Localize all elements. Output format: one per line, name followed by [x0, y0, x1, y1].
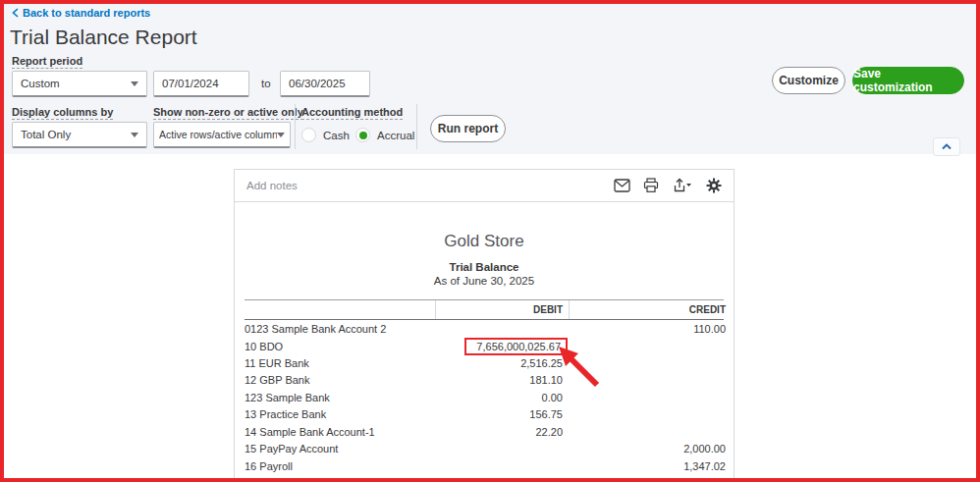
show-nonzero-select[interactable]: Active rows/active columns	[153, 122, 291, 148]
add-notes-input[interactable]: Add notes	[246, 180, 298, 191]
chevron-left-icon	[12, 8, 19, 18]
debit-cell[interactable]: 0.00	[435, 392, 569, 403]
report-toolbar: Add notes	[235, 170, 734, 202]
debit-cell[interactable]	[435, 323, 569, 335]
print-icon[interactable]	[643, 178, 659, 193]
date-from-input[interactable]: 07/01/2024	[153, 71, 249, 97]
account-name-cell[interactable]: 10 BDO	[245, 341, 435, 352]
debit-cell[interactable]: 2,516.25	[435, 357, 569, 369]
customize-button[interactable]: Customize	[772, 67, 845, 94]
debit-cell[interactable]: 156.75	[435, 408, 569, 420]
account-name-cell[interactable]: 123 Sample Bank	[245, 392, 435, 403]
account-name-cell[interactable]: 0123 Sample Bank Account 2	[245, 323, 435, 335]
account-name-cell[interactable]: 11 EUR Bank	[245, 357, 435, 369]
credit-cell[interactable]: 1,347.02	[569, 460, 726, 472]
settings-gear-icon[interactable]	[706, 178, 722, 193]
company-name: Gold Store	[235, 232, 734, 251]
table-row[interactable]: 12 GBP Bank 181.10	[245, 372, 724, 390]
table-row[interactable]: 10 BDO 7,656,000,025.67	[245, 338, 724, 355]
accounting-method-label[interactable]: Accounting method	[301, 106, 403, 120]
page-title: Trial Balance Report	[10, 26, 197, 49]
back-to-standard-reports-link[interactable]: Back to standard reports	[12, 7, 150, 19]
account-name-cell[interactable]: 16 Payroll	[245, 460, 435, 472]
cash-radio-label: Cash	[323, 130, 350, 141]
table-row[interactable]: 11 EUR Bank 2,516.25	[245, 354, 724, 372]
debit-cell[interactable]: 22.20	[435, 426, 569, 438]
back-link-label: Back to standard reports	[23, 7, 150, 19]
date-to-input[interactable]: 06/30/2025	[280, 71, 370, 97]
report-period-label[interactable]: Report period	[12, 55, 82, 69]
debit-cell[interactable]: 181.10	[435, 374, 569, 386]
debit-column-header[interactable]: DEBIT	[435, 300, 569, 319]
show-nonzero-value: Active rows/active columns	[159, 129, 277, 140]
date-from-value: 07/01/2024	[162, 78, 219, 89]
display-columns-by-select[interactable]: Total Only	[12, 122, 147, 148]
trial-balance-report-page: { "colors": { "annotation_red": "#e8262a…	[0, 0, 980, 482]
filter-panel: Back to standard reports Trial Balance R…	[4, 4, 976, 154]
accrual-radio-label: Accrual	[377, 130, 414, 141]
radio-selected-icon	[355, 128, 370, 142]
show-nonzero-label[interactable]: Show non-zero or active only	[153, 106, 303, 120]
chevron-down-icon	[277, 133, 285, 137]
annotation-arrow-icon	[558, 346, 603, 391]
report-actions	[614, 178, 722, 193]
table-row[interactable]: 123 Sample Bank 0.00	[245, 389, 724, 406]
accrual-radio[interactable]: Accrual	[355, 128, 414, 142]
debit-value: 22.20	[535, 426, 563, 438]
debit-value: 7,656,000,025.67	[464, 338, 568, 355]
display-columns-by-value: Total Only	[21, 129, 71, 140]
display-columns-by-label[interactable]: Display columns by	[12, 106, 113, 120]
credit-column-header[interactable]: CREDIT	[569, 300, 726, 319]
report-as-of-date: As of June 30, 2025	[235, 275, 734, 287]
debit-value: 156.75	[529, 408, 563, 420]
collapse-panel-button[interactable]	[933, 137, 960, 156]
save-customization-button[interactable]: Save customization	[852, 67, 964, 94]
table-row[interactable]: 15 PayPay Account 2,000.00	[245, 441, 724, 458]
debit-value: 2,516.25	[520, 357, 563, 369]
radio-unselected-icon	[301, 128, 316, 142]
report-name: Trial Balance	[235, 261, 734, 273]
credit-cell[interactable]: 110.00	[569, 323, 726, 335]
account-name-cell[interactable]: 12 GBP Bank	[245, 374, 435, 386]
debit-value: 0.00	[542, 392, 563, 403]
report-period-select[interactable]: Custom	[12, 71, 147, 97]
debit-cell[interactable]	[435, 460, 569, 472]
run-report-button[interactable]: Run report	[430, 115, 506, 142]
report-card: Add notes	[234, 169, 735, 482]
debit-cell[interactable]: 7,656,000,025.67	[435, 338, 569, 355]
account-name-cell[interactable]: 15 PayPay Account	[245, 443, 435, 455]
table-header-row: DEBIT CREDIT	[245, 299, 724, 320]
table-row[interactable]: 0123 Sample Bank Account 2 110.00	[245, 320, 724, 338]
to-label: to	[261, 78, 271, 89]
report-period-value: Custom	[21, 78, 60, 89]
date-to-value: 06/30/2025	[289, 78, 346, 89]
divider	[416, 104, 417, 149]
chevron-down-icon	[131, 81, 138, 86]
account-column-header	[245, 300, 435, 319]
divider	[295, 104, 296, 149]
trial-balance-table: DEBIT CREDIT 0123 Sample Bank Account 2	[245, 299, 724, 475]
email-icon[interactable]	[614, 179, 630, 192]
debit-cell[interactable]	[435, 443, 569, 455]
table-row[interactable]: 13 Practice Bank 156.75	[245, 406, 724, 424]
account-name-cell[interactable]: 14 Sample Bank Account-1	[245, 426, 435, 438]
chevron-down-icon	[131, 133, 138, 137]
table-row[interactable]: 14 Sample Bank Account-1 22.20	[245, 423, 724, 441]
chevron-up-icon	[942, 143, 952, 150]
table-body: 0123 Sample Bank Account 2 110.00	[245, 320, 724, 475]
cash-radio[interactable]: Cash	[301, 128, 350, 142]
export-icon[interactable]	[672, 178, 693, 193]
table-row[interactable]: 16 Payroll 1,347.02	[245, 457, 724, 475]
credit-cell[interactable]: 2,000.00	[569, 443, 726, 455]
account-name-cell[interactable]: 13 Practice Bank	[245, 408, 435, 420]
